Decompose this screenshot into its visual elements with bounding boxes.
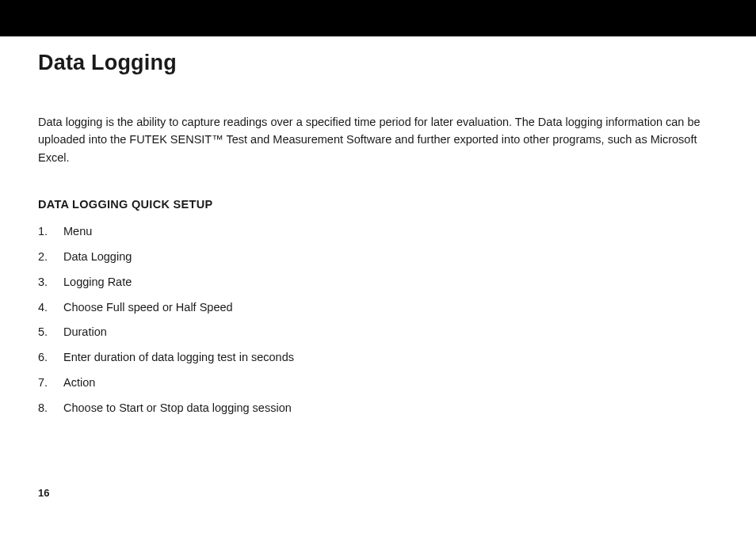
list-item: Action <box>38 375 718 392</box>
page-title: Data Logging <box>38 51 718 75</box>
list-item: Duration <box>38 324 718 341</box>
list-item: Choose to Start or Stop data logging ses… <box>38 400 718 417</box>
section-heading: DATA LOGGING QUICK SETUP <box>38 198 718 211</box>
list-item: Choose Full speed or Half Speed <box>38 299 718 317</box>
page-content: Data Logging Data logging is the ability… <box>0 36 756 416</box>
list-item: Data Logging <box>38 249 718 266</box>
list-item: Menu <box>38 223 718 241</box>
list-item: Logging Rate <box>38 274 718 291</box>
intro-paragraph: Data logging is the ability to capture r… <box>38 113 718 166</box>
list-item: Enter duration of data logging test in s… <box>38 349 718 367</box>
quick-setup-steps: Menu Data Logging Logging Rate Choose Fu… <box>38 223 718 416</box>
page-number: 16 <box>38 487 49 499</box>
header-bar <box>0 0 756 36</box>
